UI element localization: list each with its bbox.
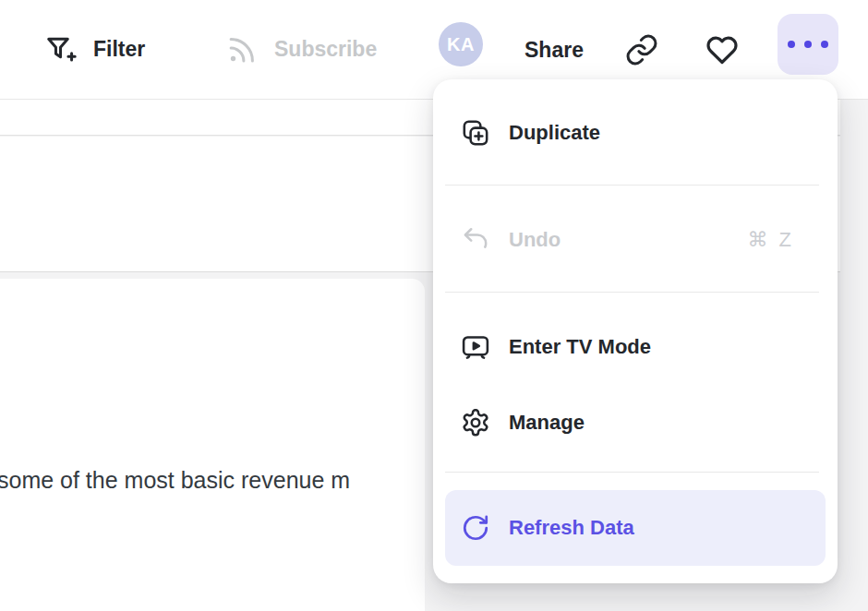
share-label: Share <box>524 37 584 62</box>
menu-item-undo[interactable]: Undo ⌘ Z <box>445 202 826 278</box>
tv-mode-icon <box>460 331 491 363</box>
menu-item-label: Manage <box>509 411 585 435</box>
gear-icon <box>460 407 491 438</box>
menu-item-label: Refresh Data <box>509 516 634 540</box>
share-button[interactable]: Share <box>524 37 584 62</box>
undo-icon <box>460 224 491 256</box>
menu-item-label: Enter TV Mode <box>509 335 651 359</box>
subscribe-label: Subscribe <box>274 37 377 62</box>
filter-button[interactable]: Filter <box>43 32 145 67</box>
menu-divider <box>445 292 819 293</box>
more-dropdown-menu: Duplicate Undo ⌘ Z Enter TV Mode <box>433 79 838 583</box>
avatar[interactable]: KA <box>439 22 483 66</box>
menu-item-manage[interactable]: Manage <box>445 385 826 461</box>
menu-item-refresh-data[interactable]: Refresh Data <box>445 490 826 566</box>
body-text-fragment: some of the most basic revenue m <box>0 463 350 497</box>
subscribe-button[interactable]: Subscribe <box>224 32 377 67</box>
ellipsis-icon <box>788 41 795 48</box>
avatar-initials: KA <box>447 34 475 55</box>
favorite-button[interactable] <box>704 31 741 68</box>
menu-divider <box>445 185 819 186</box>
rss-icon <box>224 32 259 67</box>
duplicate-icon <box>460 117 491 149</box>
copy-link-button[interactable] <box>624 32 659 67</box>
filter-plus-icon <box>43 32 78 67</box>
refresh-icon <box>460 512 491 544</box>
menu-divider <box>445 472 819 473</box>
undo-shortcut: ⌘ Z <box>747 228 794 252</box>
menu-item-duplicate[interactable]: Duplicate <box>445 95 826 171</box>
more-button[interactable] <box>778 14 838 75</box>
menu-item-enter-tv-mode[interactable]: Enter TV Mode <box>445 309 826 385</box>
filter-label: Filter <box>93 37 145 62</box>
menu-item-label: Undo <box>509 228 561 252</box>
menu-item-label: Duplicate <box>509 121 600 145</box>
content-card-text: some of the most basic revenue m <box>0 279 425 611</box>
heart-icon <box>704 31 741 68</box>
link-icon <box>624 32 659 67</box>
